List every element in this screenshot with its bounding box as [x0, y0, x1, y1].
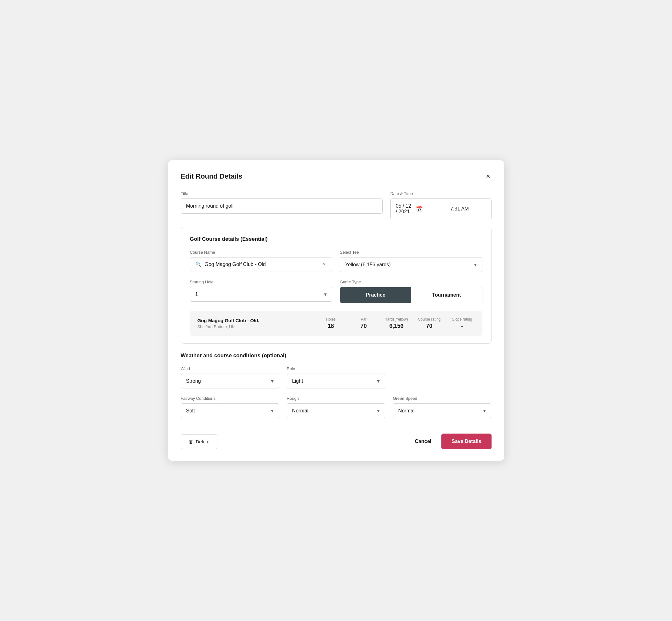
game-type-toggle: Practice Tournament	[340, 287, 482, 303]
game-type-label: Game Type	[340, 280, 482, 284]
time-value: 7:31 AM	[436, 206, 484, 212]
wind-rain-row: Wind Calm Light Moderate Strong Very Str…	[181, 366, 492, 388]
course-rating-label: Course rating	[418, 317, 440, 322]
golf-course-section: Golf Course details (Essential) Course N…	[181, 227, 492, 344]
datetime-label: Date & Time	[390, 191, 491, 196]
course-rating-stat: Course rating 70	[417, 317, 442, 329]
modal-title: Edit Round Details	[181, 172, 243, 180]
par-stat: Par 70	[351, 317, 376, 329]
fairway-group: Fairway Conditions Soft Normal Hard ▼	[181, 396, 279, 418]
green-speed-group: Green Speed Slow Normal Fast ▼	[393, 396, 491, 418]
wind-wrap: Calm Light Moderate Strong Very Strong ▼	[181, 374, 279, 388]
yards-label: Yards(Yellow)	[385, 317, 408, 322]
holes-label: Holes	[326, 317, 336, 322]
fairway-input[interactable]: Soft Normal Hard	[181, 404, 279, 418]
footer-row: 🗑 Delete Cancel Save Details	[181, 433, 492, 449]
title-input[interactable]	[181, 199, 383, 214]
cancel-button[interactable]: Cancel	[407, 434, 439, 449]
hole-gametype-row: Starting Hole 1 10 ▼ Game Type Practice …	[190, 280, 482, 303]
course-search-wrap[interactable]: 🔍 ×	[190, 257, 333, 272]
course-name-label: Course Name	[190, 250, 333, 255]
starting-hole-wrap: 1 10 ▼	[190, 287, 333, 302]
fairway-wrap: Soft Normal Hard ▼	[181, 403, 279, 418]
wind-label: Wind	[181, 366, 279, 371]
course-full-name: Gog Magog Golf Club - Old,	[198, 318, 311, 323]
search-icon: 🔍	[195, 261, 202, 267]
rough-input[interactable]: Short Normal Long	[287, 404, 385, 418]
select-tee-label: Select Tee	[340, 250, 482, 255]
green-speed-label: Green Speed	[393, 396, 491, 401]
calendar-icon: 📅	[416, 205, 423, 212]
golf-course-title: Golf Course details (Essential)	[190, 236, 482, 242]
course-name-group: Course Name 🔍 ×	[190, 250, 333, 272]
course-info-name: Gog Magog Golf Club - Old, Shelford Bott…	[198, 318, 311, 329]
holes-stat: Holes 18	[318, 317, 344, 329]
select-tee-group: Select Tee Yellow (6,156 yards) White (6…	[340, 250, 482, 272]
starting-hole-label: Starting Hole	[190, 280, 333, 284]
slope-rating-stat: Slope rating -	[450, 317, 475, 329]
modal-header: Edit Round Details ×	[181, 172, 492, 181]
rough-group: Rough Short Normal Long ▼	[287, 396, 385, 418]
course-location: Shelford Bottom, UK	[198, 324, 311, 329]
slope-rating-label: Slope rating	[452, 317, 472, 322]
edit-round-modal: Edit Round Details × Title Date & Time 0…	[168, 160, 504, 461]
green-speed-input[interactable]: Slow Normal Fast	[393, 404, 491, 418]
game-type-group: Game Type Practice Tournament	[340, 280, 482, 303]
course-rating-value: 70	[426, 323, 432, 329]
weather-title: Weather and course conditions (optional)	[181, 353, 492, 359]
holes-value: 18	[328, 323, 334, 329]
date-value: 05 / 12 / 2021	[395, 203, 413, 215]
starting-hole-input[interactable]: 1 10	[190, 287, 332, 301]
wind-group: Wind Calm Light Moderate Strong Very Str…	[181, 366, 279, 388]
delete-label: Delete	[196, 439, 209, 444]
rain-label: Rain	[287, 366, 385, 371]
title-label: Title	[181, 191, 383, 196]
rain-wrap: None Light Moderate Heavy ▼	[287, 374, 385, 388]
close-button[interactable]: ×	[485, 172, 492, 181]
footer-right: Cancel Save Details	[407, 433, 492, 449]
rough-wrap: Short Normal Long ▼	[287, 403, 385, 418]
date-time-row: 05 / 12 / 2021 📅 7:31 AM	[390, 199, 491, 219]
select-tee-input[interactable]: Yellow (6,156 yards) White (6,400 yards)…	[340, 257, 482, 272]
weather-section: Weather and course conditions (optional)…	[181, 353, 492, 418]
save-button[interactable]: Save Details	[442, 433, 491, 449]
tournament-button[interactable]: Tournament	[411, 287, 482, 303]
wind-input[interactable]: Calm Light Moderate Strong Very Strong	[181, 374, 279, 388]
par-value: 70	[360, 323, 367, 329]
course-name-input[interactable]	[205, 261, 318, 267]
course-tee-row: Course Name 🔍 × Select Tee Yellow (6,156…	[190, 250, 482, 272]
clear-course-button[interactable]: ×	[322, 261, 327, 267]
starting-hole-group: Starting Hole 1 10 ▼	[190, 280, 333, 303]
trash-icon: 🗑	[189, 439, 194, 444]
title-group: Title	[181, 191, 383, 219]
rough-label: Rough	[287, 396, 385, 401]
practice-button[interactable]: Practice	[340, 287, 411, 303]
date-input-wrap[interactable]: 05 / 12 / 2021 📅	[390, 199, 428, 219]
rain-group: Rain None Light Moderate Heavy ▼	[287, 366, 385, 388]
par-label: Par	[361, 317, 367, 322]
datetime-group: Date & Time 05 / 12 / 2021 📅 7:31 AM	[390, 191, 491, 219]
fairway-label: Fairway Conditions	[181, 396, 279, 401]
fairway-rough-green-row: Fairway Conditions Soft Normal Hard ▼ Ro…	[181, 396, 492, 418]
rain-input[interactable]: None Light Moderate Heavy	[287, 374, 385, 388]
time-input-wrap[interactable]: 7:31 AM	[428, 199, 491, 219]
footer-divider	[181, 427, 492, 427]
slope-rating-value: -	[461, 323, 463, 329]
title-datetime-row: Title Date & Time 05 / 12 / 2021 📅 7:31 …	[181, 191, 492, 219]
yards-value: 6,156	[389, 323, 404, 329]
delete-button[interactable]: 🗑 Delete	[181, 434, 217, 449]
select-tee-wrap: Yellow (6,156 yards) White (6,400 yards)…	[340, 257, 482, 272]
course-info-card: Gog Magog Golf Club - Old, Shelford Bott…	[190, 311, 482, 336]
yards-stat: Yards(Yellow) 6,156	[384, 317, 409, 329]
green-speed-wrap: Slow Normal Fast ▼	[393, 403, 491, 418]
